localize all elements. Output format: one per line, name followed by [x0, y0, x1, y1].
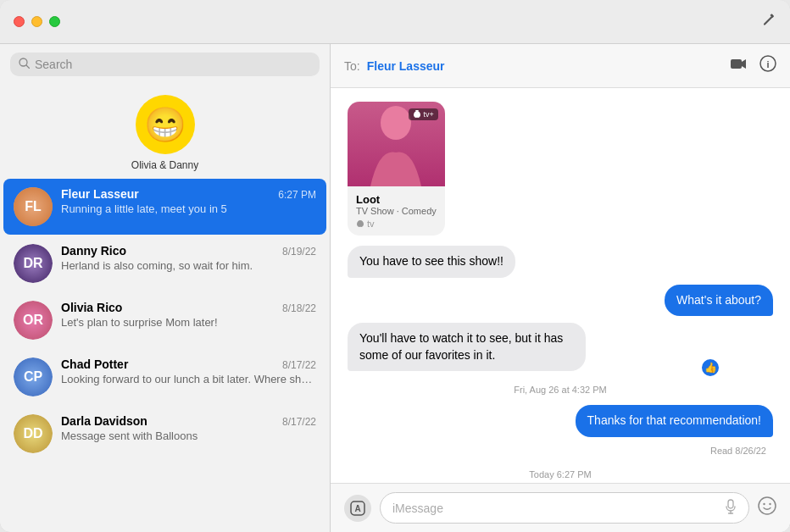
conv-header-danny: Danny Rico 8/19/22 — [61, 244, 316, 258]
pinned-name: Olivia & Danny — [131, 159, 198, 171]
conv-info-darla: Darla Davidson 8/17/22 Message sent with… — [61, 414, 316, 442]
conv-preview-chad: Looking forward to our lunch a bit later… — [61, 373, 316, 385]
message-see-show: You have to see this show!! — [348, 246, 773, 278]
close-button[interactable] — [14, 16, 25, 27]
conv-info-fleur: Fleur Lasseur 6:27 PM Running a little l… — [61, 187, 316, 215]
card-source: tv — [356, 219, 437, 229]
conv-header-chad: Chad Potter 8/17/22 — [61, 357, 316, 371]
bubble-watch-it: You'll have to watch it to see, but it h… — [348, 323, 586, 371]
conversation-list: FL Fleur Lasseur 6:27 PM Running a littl… — [0, 178, 330, 532]
chat-panel: To: Fleur Lasseur i — [331, 44, 790, 532]
search-input[interactable]: Search — [35, 58, 72, 71]
conv-header-darla: Darla Davidson 8/17/22 — [61, 414, 316, 428]
svg-text:OR: OR — [23, 313, 43, 327]
conv-name-danny: Danny Rico — [61, 244, 126, 258]
svg-rect-18 — [728, 500, 733, 508]
audio-icon — [725, 499, 737, 517]
conv-info-danny: Danny Rico 8/19/22 Herland is also comin… — [61, 244, 316, 272]
conv-preview-olivia: Let's plan to surprise Mom later! — [61, 316, 316, 329]
svg-point-22 — [763, 502, 765, 504]
compose-button[interactable] — [761, 12, 776, 31]
timestamp-aug26: Fri, Aug 26 at 4:32 PM — [348, 385, 773, 395]
card-source-text: tv — [367, 219, 375, 229]
chat-actions: i — [731, 55, 776, 76]
timestamp-today: Today 6:27 PM — [348, 469, 773, 479]
svg-text:FL: FL — [25, 199, 42, 213]
chat-header: To: Fleur Lasseur i — [331, 44, 790, 88]
pinned-emoji: 😁 — [144, 105, 186, 145]
apple-tv-badge: tv+ — [409, 108, 438, 120]
traffic-lights — [14, 16, 60, 27]
recipient-name: Fleur Lasseur — [367, 59, 724, 73]
svg-text:DD: DD — [23, 426, 42, 441]
message-card-loot: tv+ Loot TV Show · Comedy tv — [348, 102, 773, 239]
reaction-thumbs-up: 👍 — [700, 357, 720, 378]
conv-time-chad: 8/17/22 — [282, 359, 316, 371]
conv-preview-fleur: Running a little late, meet you in 5 — [61, 202, 316, 215]
message-thanks: Thanks for that recommendation! — [348, 405, 773, 437]
svg-line-1 — [26, 65, 30, 69]
loot-card[interactable]: tv+ Loot TV Show · Comedy tv — [348, 102, 445, 236]
input-bar: A iMessage — [331, 483, 790, 532]
message-input[interactable]: iMessage — [380, 492, 749, 524]
conv-time-fleur: 6:27 PM — [278, 189, 316, 201]
avatar-fleur: FL — [14, 187, 53, 226]
search-bar[interactable]: Search — [10, 53, 320, 76]
video-call-icon[interactable] — [731, 57, 748, 75]
bubble-thanks: Thanks for that recommendation! — [576, 405, 773, 437]
card-title: Loot — [356, 193, 437, 206]
conv-preview-danny: Herland is also coming, so wait for him. — [61, 259, 316, 272]
conv-item-olivia[interactable]: OR Olivia Rico 8/18/22 Let's plan to sur… — [3, 292, 326, 348]
conv-name-darla: Darla Davidson — [61, 414, 147, 428]
svg-text:A: A — [354, 504, 360, 513]
pinned-avatar[interactable]: 😁 — [136, 95, 195, 154]
message-whats-about: What's it about? — [348, 285, 773, 317]
bubble-whats-about: What's it about? — [665, 285, 773, 317]
conv-header-olivia: Olivia Rico 8/18/22 — [61, 301, 316, 314]
titlebar — [0, 0, 790, 44]
avatar-darla: DD — [14, 414, 53, 453]
search-icon — [19, 58, 30, 71]
conv-time-danny: 8/19/22 — [282, 246, 316, 258]
messages-area: tv+ Loot TV Show · Comedy tv — [331, 88, 790, 483]
bubble-see-show: You have to see this show!! — [348, 246, 515, 278]
app-store-button[interactable]: A — [344, 495, 371, 522]
conv-item-danny[interactable]: DR Danny Rico 8/19/22 Herland is also co… — [3, 236, 326, 291]
read-status: Read 8/26/22 — [348, 446, 766, 456]
avatar-danny: DR — [14, 244, 53, 283]
svg-point-23 — [769, 502, 771, 504]
svg-text:DR: DR — [23, 256, 43, 270]
svg-point-21 — [759, 497, 776, 514]
conv-preview-darla: Message sent with Balloons — [61, 429, 316, 442]
conv-info-olivia: Olivia Rico 8/18/22 Let's plan to surpri… — [61, 301, 316, 329]
pinned-contacts: 😁 Olivia & Danny — [0, 85, 330, 178]
avatar-chad: CP — [14, 357, 53, 396]
conv-item-fleur[interactable]: FL Fleur Lasseur 6:27 PM Running a littl… — [3, 179, 326, 235]
card-image: tv+ — [348, 102, 445, 186]
svg-text:CP: CP — [24, 369, 43, 384]
info-icon[interactable]: i — [759, 55, 776, 76]
svg-text:i: i — [766, 59, 769, 69]
conv-header-fleur: Fleur Lasseur 6:27 PM — [61, 187, 316, 201]
card-body: Loot TV Show · Comedy tv — [348, 186, 445, 236]
conv-item-darla[interactable]: DD Darla Davidson 8/17/22 Message sent w… — [3, 406, 326, 462]
conv-name-fleur: Fleur Lasseur — [61, 187, 139, 201]
reaction-container: You'll have to watch it to see, but it h… — [348, 323, 714, 371]
svg-point-15 — [381, 106, 411, 140]
conv-name-olivia: Olivia Rico — [61, 301, 122, 314]
card-subtitle: TV Show · Comedy — [356, 206, 437, 216]
main-content: Search 😁 Olivia & Danny FL — [0, 44, 790, 532]
avatar-olivia: OR — [14, 301, 53, 340]
minimize-button[interactable] — [31, 16, 42, 27]
sidebar: Search 😁 Olivia & Danny FL — [0, 44, 331, 532]
message-watch-it: You'll have to watch it to see, but it h… — [348, 323, 773, 371]
conv-name-chad: Chad Potter — [61, 357, 128, 371]
svg-rect-12 — [731, 59, 742, 69]
messages-window: Search 😁 Olivia & Danny FL — [0, 0, 790, 532]
message-placeholder: iMessage — [392, 502, 443, 515]
conv-time-darla: 8/17/22 — [282, 416, 316, 428]
emoji-button[interactable] — [758, 496, 776, 520]
conv-time-olivia: 8/18/22 — [282, 302, 316, 314]
maximize-button[interactable] — [49, 16, 60, 27]
conv-item-chad[interactable]: CP Chad Potter 8/17/22 Looking forward t… — [3, 349, 326, 405]
